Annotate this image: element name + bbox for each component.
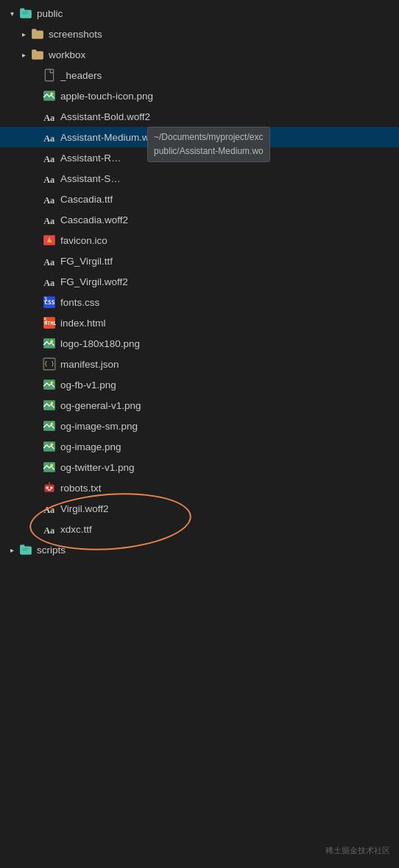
tree-item-xdxc-ttf[interactable]: ▸ Aa xdxc.ttf	[0, 519, 399, 539]
file-icon-folder-tan	[31, 27, 44, 41]
tree-item-apple-touch-icon[interactable]: ▸ apple-touch-icon.png	[0, 85, 399, 106]
file-icon-file-font: Aa	[43, 151, 56, 164]
svg-rect-1	[23, 13, 28, 14]
file-icon-file-blank	[43, 69, 56, 82]
tree-item-label: FG_Virgil.woff2	[60, 276, 128, 287]
tree-item-og-general[interactable]: ▸ og-general-v1.png	[0, 395, 399, 416]
svg-point-29	[51, 402, 53, 405]
tree-item-label: og-image.png	[60, 441, 121, 452]
tree-item-label: og-image-sm.png	[60, 421, 138, 432]
tree-item-virgil-woff2[interactable]: ▸ Aa Virgil.woff2	[0, 498, 399, 519]
tree-arrow[interactable]: ▸	[18, 49, 29, 60]
tree-item-assistant-medium[interactable]: ▸ Aa Assistant-Medium.woff2~/Documents/m…	[0, 127, 399, 147]
file-icon-file-image	[43, 399, 56, 412]
tree-item-label: fonts.css	[60, 297, 99, 308]
svg-rect-39	[48, 489, 52, 490]
file-icon-file-font: Aa	[43, 110, 56, 123]
tree-item-label: index.html	[60, 318, 106, 329]
svg-rect-13	[47, 241, 52, 242]
svg-text:Aa: Aa	[43, 525, 54, 536]
svg-rect-44	[23, 548, 29, 549]
svg-point-4	[51, 93, 53, 95]
tree-item-label: scripts	[37, 545, 66, 556]
file-icon-file-font: Aa	[43, 130, 56, 144]
file-icon-file-image	[43, 337, 56, 350]
tree-item-og-twitter[interactable]: ▸ og-twitter-v1.png	[0, 457, 399, 477]
tree-item-public[interactable]: ▾ public	[0, 3, 399, 24]
file-icon-file-css: CSS 3	[43, 295, 56, 309]
tree-item-label: Assistant-S…	[60, 173, 121, 184]
svg-text:Aa: Aa	[43, 154, 54, 164]
tree-item-label: Assistant-Medium.woff2	[60, 132, 166, 143]
watermark: 稀土掘金技术社区	[325, 845, 390, 856]
tree-item-manifest-json[interactable]: ▸ { } manifest.json	[0, 354, 399, 374]
tree-item-label: og-twitter-v1.png	[60, 462, 135, 473]
file-icon-folder-green	[19, 543, 32, 556]
tree-item-label: apple-touch-icon.png	[60, 91, 153, 102]
tree-item-robots[interactable]: ▸ robots.txt	[0, 477, 399, 498]
tree-item-label: Cascadia.ttf	[60, 194, 113, 205]
tree-item-fg-virgil-woff2[interactable]: ▸ Aa FG_Virgil.woff2	[0, 271, 399, 292]
svg-text:Aa: Aa	[43, 216, 54, 226]
svg-point-37	[46, 486, 49, 489]
tree-item-label: Cascadia.woff2	[60, 214, 128, 225]
tree-item-label: Virgil.woff2	[60, 503, 109, 514]
tree-item-scripts[interactable]: ▸ scripts	[0, 539, 399, 560]
tree-item-assistant-regular[interactable]: ▸ Aa Assistant-R…	[0, 147, 399, 168]
file-icon-file-font: Aa	[43, 192, 56, 206]
tree-item-screenshots[interactable]: ▸ screenshots	[0, 24, 399, 44]
svg-rect-45	[23, 550, 28, 550]
svg-point-35	[51, 464, 53, 466]
file-icon-file-font: Aa	[43, 172, 56, 185]
tree-item-_headers[interactable]: ▸ _headers	[0, 65, 399, 85]
file-icon-file-html: HTML 5	[43, 316, 56, 329]
tree-item-label: logo-180x180.png	[60, 338, 140, 349]
tree-item-label: robots.txt	[60, 483, 102, 494]
svg-text:Aa: Aa	[43, 133, 54, 144]
tree-item-label: Assistant-R…	[60, 153, 121, 164]
file-icon-file-font: Aa	[43, 502, 56, 515]
svg-point-23	[51, 340, 53, 343]
svg-rect-0	[23, 12, 29, 13]
tree-item-workbox[interactable]: ▸ workbox	[0, 44, 399, 65]
file-icon-file-image	[43, 89, 56, 102]
file-icon-file-image	[43, 378, 56, 391]
tree-item-og-image-sm[interactable]: ▸ og-image-sm.png	[0, 416, 399, 436]
file-tree: ▾ public▸ screenshots▸ workbox▸ _headers…	[0, 0, 399, 563]
svg-point-31	[51, 423, 53, 425]
tree-item-index-html[interactable]: ▸ HTML 5 index.html	[0, 312, 399, 333]
svg-text:3: 3	[43, 296, 47, 303]
tree-item-label: xdxc.ttf	[60, 524, 92, 535]
tree-item-label: og-fb-v1.png	[60, 379, 116, 391]
tree-arrow[interactable]: ▾	[6, 7, 18, 19]
tree-item-assistant-semibold[interactable]: ▸ Aa Assistant-S…	[0, 168, 399, 189]
tree-arrow[interactable]: ▸	[18, 28, 29, 40]
tree-item-cascadia-ttf[interactable]: ▸ Aa Cascadia.ttf	[0, 189, 399, 209]
svg-point-33	[51, 444, 53, 446]
tree-item-cascadia-woff2[interactable]: ▸ Aa Cascadia.woff2	[0, 209, 399, 230]
tree-item-label: FG_Virgil.ttf	[60, 256, 113, 267]
tree-item-og-fb[interactable]: ▸ og-fb-v1.png	[0, 374, 399, 395]
tree-item-label: manifest.json	[60, 359, 119, 370]
svg-rect-36	[44, 485, 54, 492]
tree-item-og-image[interactable]: ▸ og-image.png	[0, 436, 399, 457]
tree-item-fg-virgil-ttf[interactable]: ▸ Aa FG_Virgil.ttf	[0, 251, 399, 271]
file-icon-file-font: Aa	[43, 254, 56, 267]
tree-item-assistant-bold[interactable]: ▸ Aa Assistant-Bold.woff2	[0, 106, 399, 127]
tree-arrow[interactable]: ▸	[6, 544, 18, 556]
file-icon-file-image	[43, 419, 56, 433]
svg-text:5: 5	[43, 317, 47, 323]
tree-item-label: screenshots	[49, 29, 102, 40]
tree-item-favicon[interactable]: ▸ favicon.ico	[0, 230, 399, 251]
tree-item-fonts-css[interactable]: ▸ CSS 3 fonts.css	[0, 292, 399, 312]
svg-text:Aa: Aa	[43, 113, 54, 123]
file-icon-file-image	[43, 461, 56, 474]
svg-text:Aa: Aa	[43, 195, 54, 206]
svg-point-41	[49, 482, 50, 483]
tree-item-label: _headers	[60, 70, 102, 81]
svg-text:Aa: Aa	[43, 505, 54, 515]
file-icon-file-json: { }	[43, 357, 56, 371]
tree-item-logo-180[interactable]: ▸ logo-180x180.png	[0, 333, 399, 354]
svg-rect-2	[45, 69, 53, 81]
svg-text:Aa: Aa	[43, 175, 54, 185]
